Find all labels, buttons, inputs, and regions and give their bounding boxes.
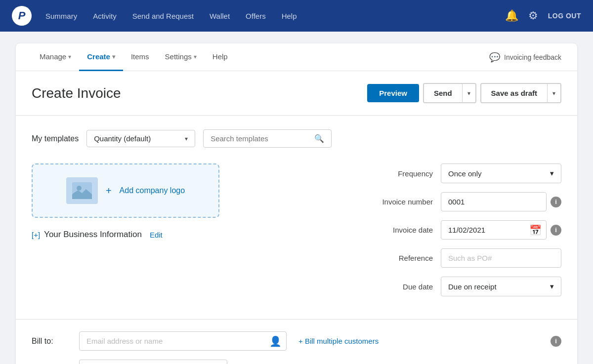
preview-button[interactable]: Preview — [367, 84, 419, 102]
invoice-number-info-icon[interactable]: i — [551, 197, 561, 207]
paypal-p-icon: P — [18, 9, 26, 22]
nav-links: Summary Activity Send and Request Wallet… — [45, 10, 505, 22]
due-date-select[interactable]: Due on receipt ▾ — [441, 277, 561, 296]
invoice-date-info-icon[interactable]: i — [551, 225, 561, 236]
due-date-control: Due on receipt ▾ — [441, 277, 561, 296]
navbar: P Summary Activity Send and Request Wall… — [0, 0, 593, 32]
logo-upload-area[interactable]: + Add company logo — [32, 163, 219, 218]
draft-dropdown-button[interactable]: ▾ — [547, 84, 560, 102]
page-header: Create Invoice Preview Send ▾ Save as dr… — [16, 71, 577, 116]
template-select-dropdown[interactable]: Quantity (default) ▾ — [86, 130, 195, 147]
reference-control — [441, 248, 561, 268]
bill-section: Bill to: 👤 + Bill multiple customers i C… — [16, 319, 577, 364]
due-date-value: Due on receipt — [448, 283, 497, 291]
tab-create[interactable]: Create ▾ — [79, 43, 123, 71]
tab-manage[interactable]: Manage ▾ — [32, 43, 79, 71]
due-date-chevron-icon: ▾ — [550, 282, 554, 291]
invoice-number-label: Invoice number — [374, 198, 433, 206]
reference-row: Reference — [374, 248, 561, 268]
invoice-number-row: Invoice number i — [374, 192, 561, 211]
send-dropdown-button[interactable]: ▾ — [462, 84, 475, 102]
template-selected-value: Quantity (default) — [94, 134, 151, 143]
invoice-number-input[interactable] — [441, 192, 547, 211]
template-chevron-icon: ▾ — [185, 135, 188, 142]
frequency-control: Once only ▾ — [441, 163, 561, 183]
feedback-bubble-icon: 💬 — [489, 52, 500, 63]
reference-input[interactable] — [441, 248, 561, 268]
bill-to-input[interactable] — [79, 331, 287, 351]
svg-point-1 — [77, 186, 82, 191]
page-wrapper: Manage ▾ Create ▾ Items Settings ▾ Help … — [0, 32, 593, 364]
expand-business-icon[interactable]: [+] — [32, 231, 40, 239]
manage-chevron-icon: ▾ — [68, 53, 71, 60]
draft-button-group: Save as draft ▾ — [480, 83, 561, 103]
add-logo-label: Add company logo — [120, 186, 185, 195]
invoice-date-row: Invoice date 📅 i — [374, 220, 561, 240]
header-actions: Preview Send ▾ Save as draft ▾ — [367, 83, 561, 103]
main-card: Manage ▾ Create ▾ Items Settings ▾ Help … — [16, 43, 577, 364]
due-date-row: Due date Due on receipt ▾ — [374, 277, 561, 296]
left-column: + Add company logo [+] Your Business Inf… — [32, 163, 354, 305]
cc-row: Cc: — [32, 360, 561, 364]
invoice-number-control: i — [441, 192, 561, 211]
templates-row: My templates Quantity (default) ▾ 🔍 — [32, 129, 561, 148]
bill-to-row: Bill to: 👤 + Bill multiple customers i — [32, 331, 561, 351]
bill-to-input-wrap: 👤 — [79, 331, 287, 351]
page-title: Create Invoice — [32, 85, 367, 101]
person-icon: 👤 — [269, 335, 282, 347]
calendar-icon[interactable]: 📅 — [529, 224, 542, 236]
nav-offers[interactable]: Offers — [246, 10, 266, 22]
tab-items[interactable]: Items — [123, 43, 157, 71]
bill-multiple-link[interactable]: + Bill multiple customers — [298, 337, 379, 345]
nav-activity[interactable]: Activity — [93, 10, 117, 22]
nav-summary[interactable]: Summary — [45, 10, 77, 22]
templates-label: My templates — [32, 134, 79, 143]
send-button-group: Send ▾ — [423, 83, 476, 103]
nav-help[interactable]: Help — [282, 10, 297, 22]
tab-help[interactable]: Help — [205, 43, 236, 71]
settings-chevron-icon: ▾ — [194, 53, 197, 60]
date-input-wrap: 📅 — [441, 220, 547, 240]
main-grid: + Add company logo [+] Your Business Inf… — [32, 163, 561, 305]
template-search-box: 🔍 — [203, 129, 332, 148]
edit-business-link[interactable]: Edit — [150, 231, 163, 239]
search-icon: 🔍 — [314, 134, 324, 143]
logout-button[interactable]: LOG OUT — [548, 12, 581, 20]
content-section: My templates Quantity (default) ▾ 🔍 — [16, 116, 577, 319]
tab-settings[interactable]: Settings ▾ — [157, 43, 205, 71]
bill-to-info-icon[interactable]: i — [551, 336, 561, 347]
business-info-title: Your Business Information — [44, 230, 142, 240]
image-placeholder-icon — [66, 177, 98, 204]
frequency-select[interactable]: Once only ▾ — [441, 163, 561, 183]
business-info-section: [+] Your Business Information Edit — [32, 230, 354, 240]
frequency-label: Frequency — [374, 169, 433, 178]
frequency-chevron-icon: ▾ — [550, 169, 554, 178]
nav-wallet[interactable]: Wallet — [210, 10, 230, 22]
paypal-logo: P — [12, 6, 32, 26]
invoice-date-label: Invoice date — [374, 226, 433, 234]
cc-input[interactable] — [79, 360, 227, 364]
invoice-date-control: 📅 i — [441, 220, 561, 240]
nav-send-request[interactable]: Send and Request — [132, 10, 194, 22]
gear-icon[interactable]: ⚙ — [528, 9, 538, 22]
due-date-label: Due date — [374, 283, 433, 291]
frequency-row: Frequency Once only ▾ — [374, 163, 561, 183]
create-chevron-icon: ▾ — [112, 53, 115, 60]
notification-icon[interactable]: 🔔 — [505, 9, 518, 22]
bill-to-label: Bill to: — [32, 337, 71, 346]
nav-right: 🔔 ⚙ LOG OUT — [505, 9, 581, 22]
reference-label: Reference — [374, 254, 433, 262]
frequency-value: Once only — [448, 169, 482, 178]
invoicing-feedback-link[interactable]: 💬 Invoicing feedback — [489, 52, 561, 63]
right-column: Frequency Once only ▾ Invoice number — [374, 163, 561, 305]
search-input[interactable] — [211, 134, 310, 143]
secondary-nav: Manage ▾ Create ▾ Items Settings ▾ Help … — [16, 43, 577, 71]
send-button[interactable]: Send — [424, 84, 462, 102]
save-draft-button[interactable]: Save as draft — [481, 84, 547, 102]
